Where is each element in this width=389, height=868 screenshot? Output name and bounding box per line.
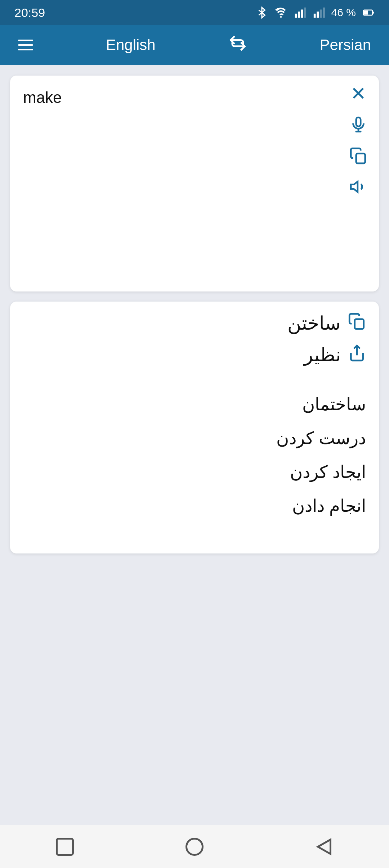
translation-item: ساختمان — [23, 389, 366, 419]
status-icons: 46 % — [256, 6, 375, 19]
wifi-icon — [274, 6, 287, 19]
share-translation-button[interactable] — [348, 344, 366, 366]
translation-item: ایجاد کردن — [23, 457, 366, 487]
translation-item: درست کردن — [23, 423, 366, 453]
svg-rect-10 — [364, 10, 368, 14]
bluetooth-icon — [256, 6, 268, 19]
main-content: ✕ — [0, 65, 389, 825]
status-time: 20:59 — [14, 6, 45, 20]
speak-source-button[interactable] — [349, 178, 367, 196]
status-bar: 20:59 46 % — [0, 0, 389, 25]
secondary-translation-text: نظیر — [304, 344, 341, 366]
svg-rect-6 — [317, 12, 319, 18]
signal1-icon — [294, 6, 306, 19]
target-language[interactable]: Persian — [320, 36, 371, 54]
svg-rect-5 — [313, 14, 316, 18]
source-language[interactable]: English — [106, 36, 156, 54]
toolbar: English Persian — [0, 25, 389, 65]
recent-apps-button[interactable] — [54, 836, 76, 858]
translation-item: انجام دادن — [23, 490, 366, 521]
svg-rect-18 — [57, 838, 73, 855]
swap-languages-button[interactable] — [228, 34, 247, 56]
translation-card: ساختن نظیر — [10, 302, 379, 553]
svg-rect-16 — [355, 319, 364, 329]
svg-rect-7 — [319, 10, 322, 18]
battery-icon — [362, 6, 375, 19]
svg-rect-3 — [301, 10, 303, 18]
signal2-icon — [313, 6, 325, 19]
home-button[interactable] — [184, 836, 205, 858]
svg-point-19 — [187, 838, 203, 855]
svg-marker-15 — [351, 181, 358, 192]
copy-source-button[interactable] — [349, 147, 367, 165]
copy-translation-button[interactable] — [348, 312, 366, 334]
svg-rect-1 — [295, 14, 297, 18]
bottom-nav — [0, 825, 389, 868]
svg-rect-14 — [356, 154, 365, 163]
primary-translation-row: ساختن — [23, 312, 366, 334]
primary-translation-text: ساختن — [23, 312, 341, 334]
svg-rect-11 — [356, 117, 361, 126]
source-text-input[interactable] — [23, 86, 316, 194]
secondary-translation-row: نظیر — [23, 344, 366, 376]
clear-button[interactable]: ✕ — [350, 84, 366, 103]
svg-point-0 — [280, 16, 282, 18]
primary-translation-icons — [348, 312, 366, 334]
battery-text: 46 % — [331, 6, 356, 19]
input-card: ✕ — [10, 76, 379, 291]
svg-marker-20 — [318, 840, 331, 854]
svg-rect-2 — [298, 12, 300, 18]
additional-translations-list: ساختمان درست کردن ایجاد کردن انجام دادن — [23, 389, 366, 521]
svg-rect-8 — [323, 8, 325, 18]
microphone-button[interactable] — [349, 116, 367, 134]
svg-rect-4 — [304, 8, 306, 18]
input-actions: ✕ — [349, 84, 367, 196]
back-button[interactable] — [313, 836, 335, 858]
menu-button[interactable] — [18, 40, 33, 50]
